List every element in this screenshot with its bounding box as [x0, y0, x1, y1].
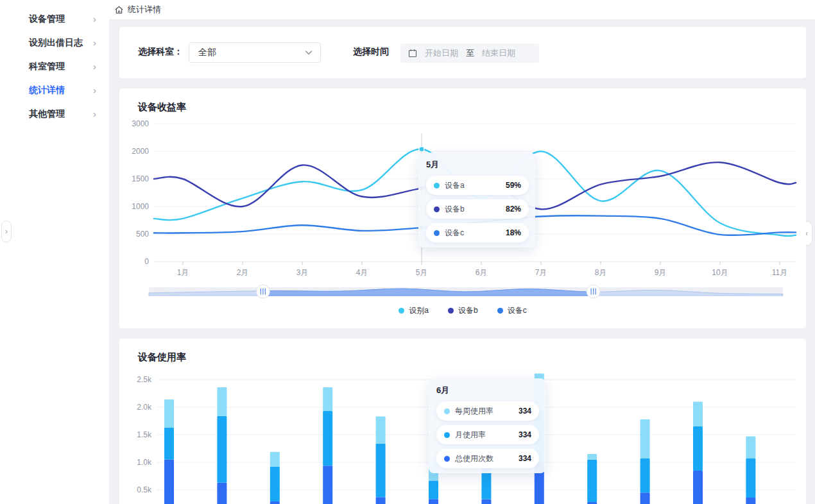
- line-chart-tooltip: 5月 设备a 59% 设备b 82% 设备c 18%: [418, 153, 535, 248]
- sidebar-item-label: 科室管理: [29, 61, 65, 72]
- monthly-usage-dot-icon: [444, 432, 450, 438]
- legend-dot-icon: [497, 308, 503, 314]
- sidebar-item-lending-log[interactable]: 设别出借日志 ›: [0, 31, 109, 55]
- svg-text:0: 0: [144, 257, 149, 266]
- sidebar-item-device-management[interactable]: 设备管理 ›: [0, 7, 109, 31]
- revenue-chart-card: 设备收益率 300020001500100050001月2月3月4月5月6月7月…: [119, 88, 806, 328]
- sidebar-item-label: 设备管理: [29, 13, 65, 25]
- svg-text:3月: 3月: [296, 268, 309, 277]
- svg-text:3000: 3000: [132, 119, 149, 128]
- svg-text:1月: 1月: [177, 268, 189, 277]
- svg-text:8月: 8月: [595, 268, 607, 277]
- legend-dot-icon: [399, 308, 404, 314]
- svg-text:11月: 11月: [772, 268, 787, 277]
- svg-text:1000: 1000: [132, 202, 149, 211]
- end-date-input[interactable]: 结束日期: [482, 47, 515, 59]
- sidebar-item-statistics[interactable]: 统计详情 ›: [0, 78, 109, 102]
- sidebar-item-label: 设别出借日志: [29, 37, 83, 49]
- total-usage-dot-icon: [444, 456, 450, 462]
- date-separator: 至: [466, 47, 474, 59]
- svg-text:6月: 6月: [476, 268, 488, 277]
- start-date-input[interactable]: 开始日期: [425, 47, 458, 59]
- sidebar-item-department-management[interactable]: 科室管理 ›: [0, 55, 109, 78]
- sidebar-expand-toggle[interactable]: ›: [1, 221, 12, 242]
- sidebar-item-label: 其他管理: [29, 108, 65, 120]
- tooltip-title: 6月: [436, 385, 539, 396]
- legend-item-b[interactable]: 设备b: [448, 305, 478, 316]
- svg-text:10月: 10月: [712, 268, 728, 277]
- chevron-down-icon: [305, 50, 313, 55]
- series-a-dot-icon: [434, 183, 440, 189]
- svg-text:4月: 4月: [356, 268, 368, 277]
- home-icon: [114, 5, 124, 15]
- bar-chart-tooltip: 6月 每周使用率 334 月使用率 334 总使用次数 334: [429, 378, 545, 473]
- chevron-right-icon: ›: [93, 108, 96, 119]
- legend-item-a[interactable]: 设别a: [399, 305, 429, 316]
- breadcrumb-bar: 统计详情: [109, 0, 815, 19]
- svg-text:2月: 2月: [237, 268, 249, 277]
- tooltip-row: 每周使用率 334: [436, 401, 539, 421]
- dept-select-value: 全部: [198, 47, 216, 58]
- date-range-picker[interactable]: 开始日期 至 结束日期: [400, 44, 539, 63]
- sidebar-item-label: 统计详情: [29, 85, 65, 96]
- svg-text:1500: 1500: [132, 174, 149, 183]
- legend-item-c[interactable]: 设备c: [497, 305, 527, 316]
- series-b-dot-icon: [434, 206, 440, 212]
- tooltip-row: 设备b 82%: [426, 199, 529, 219]
- svg-text:1.5k: 1.5k: [137, 430, 152, 439]
- svg-text:5月: 5月: [416, 268, 428, 277]
- chart-legend: 设别a 设备b 设备c: [119, 305, 806, 316]
- svg-text:2.5k: 2.5k: [137, 375, 152, 384]
- tooltip-row: 设备a 59%: [426, 176, 529, 195]
- weekly-usage-dot-icon: [444, 408, 450, 414]
- tooltip-row: 设备c 18%: [426, 223, 529, 242]
- breadcrumb: 统计详情: [128, 4, 161, 15]
- chevron-right-icon: ›: [93, 13, 96, 24]
- sidebar: 设备管理 › 设别出借日志 › 科室管理 › 统计详情 › 其他管理 ›: [0, 0, 110, 504]
- tooltip-title: 5月: [426, 159, 529, 171]
- svg-text:7月: 7月: [535, 268, 547, 277]
- time-filter-label: 选择时间: [353, 46, 389, 58]
- svg-text:2.0k: 2.0k: [137, 403, 152, 412]
- legend-dot-icon: [448, 308, 454, 314]
- filter-card: 选择科室： 全部 选择时间 开始日期 至 结束日期: [119, 27, 806, 78]
- dept-filter-label: 选择科室：: [138, 46, 183, 58]
- chevron-right-icon: ›: [93, 37, 96, 48]
- tooltip-row: 月使用率 334: [436, 425, 539, 444]
- sidebar-item-other-management[interactable]: 其他管理 ›: [0, 102, 109, 126]
- usage-chart-card: 设备使用率 2.5k2.0k1.5k1.0k0.5k 6月 每周使用率 334 …: [119, 339, 806, 504]
- dept-select[interactable]: 全部: [189, 42, 321, 63]
- svg-text:9月: 9月: [655, 268, 667, 277]
- svg-text:2000: 2000: [132, 147, 149, 156]
- svg-text:500: 500: [136, 230, 149, 239]
- chevron-right-icon: ›: [93, 85, 96, 96]
- svg-text:0.5k: 0.5k: [137, 485, 152, 494]
- series-c-dot-icon: [434, 230, 440, 236]
- svg-text:1.0k: 1.0k: [137, 458, 152, 467]
- calendar-icon: [408, 49, 417, 58]
- tooltip-row: 总使用次数 334: [436, 449, 539, 468]
- chevron-right-icon: ›: [93, 61, 96, 72]
